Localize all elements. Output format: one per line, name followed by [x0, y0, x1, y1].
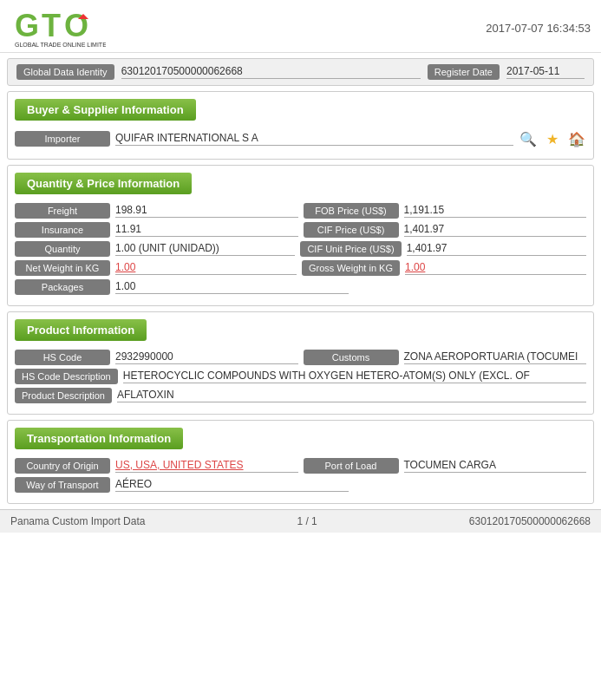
packages-row: Packages 1.00	[15, 279, 586, 295]
svg-text:G: G	[15, 8, 39, 43]
timestamp: 2017-07-07 16:34:53	[486, 22, 591, 35]
product-info-section: Product Information HS Code 2932990000 C…	[7, 311, 594, 415]
global-data-bar: Global Data Identity 6301201705000000626…	[7, 58, 594, 86]
star-icon[interactable]: ★	[543, 129, 562, 148]
page-header: G T O GLOBAL TRADE ONLINE LIMITED 2017-0…	[0, 0, 601, 53]
prod-desc-row: Product Description AFLATOXIN	[15, 388, 586, 403]
freight-fob-row: Freight 198.91 FOB Price (US$) 1,191.15	[15, 203, 586, 219]
freight-label: Freight	[15, 203, 110, 219]
country-origin-label: Country of Origin	[15, 458, 110, 474]
customs-label: Customs	[304, 350, 399, 365]
country-port-row: Country of Origin US, USA, UNITED STATES…	[15, 458, 586, 474]
cif-label: CIF Price (US$)	[304, 222, 399, 238]
transportation-section: Transportation Information Country of Or…	[7, 420, 594, 504]
packages-value: 1.00	[115, 280, 349, 294]
transport-way-row: Way of Transport AÉREO	[15, 477, 586, 493]
svg-text:O: O	[64, 8, 88, 43]
home-icon[interactable]: 🏠	[567, 129, 586, 148]
weights-row: Net Weight in KG 1.00 Gross Weight in KG…	[15, 260, 586, 276]
page-footer: Panama Custom Import Data 1 / 1 63012017…	[0, 509, 601, 533]
insurance-cif-row: Insurance 11.91 CIF Price (US$) 1,401.97	[15, 222, 586, 238]
global-data-label: Global Data Identity	[16, 64, 114, 80]
register-date-label: Register Date	[428, 64, 500, 80]
hscode-customs-row: HS Code 2932990000 Customs ZONA AEROPORT…	[15, 350, 586, 365]
way-transport-label: Way of Transport	[15, 477, 110, 493]
prod-desc-label: Product Description	[15, 388, 112, 403]
quantity-value: 1.00 (UNIT (UNIDAD))	[115, 242, 295, 256]
net-weight-value: 1.00	[115, 261, 297, 275]
importer-value: QUIFAR INTERNATIONAL S A	[115, 132, 513, 146]
fob-label: FOB Price (US$)	[304, 203, 399, 219]
quantity-price-header: Quantity & Price Information	[15, 173, 192, 194]
freight-value: 198.91	[115, 204, 298, 218]
importer-row: Importer QUIFAR INTERNATIONAL S A 🔍 ★ 🏠	[15, 129, 586, 148]
packages-label: Packages	[15, 279, 110, 295]
quantity-cifunit-row: Quantity 1.00 (UNIT (UNIDAD)) CIF Unit P…	[15, 241, 586, 257]
action-icons[interactable]: 🔍 ★ 🏠	[519, 129, 586, 148]
search-icon[interactable]: 🔍	[519, 129, 538, 148]
global-data-value: 630120170500000062668	[121, 65, 421, 79]
register-date-value: 2017-05-11	[506, 65, 585, 79]
country-origin-value: US, USA, UNITED STATES	[115, 459, 298, 473]
gross-weight-value: 1.00	[405, 261, 586, 275]
gross-weight-label: Gross Weight in KG	[302, 260, 400, 276]
transportation-header: Transportation Information	[15, 428, 183, 449]
logo-area: G T O GLOBAL TRADE ONLINE LIMITED	[10, 7, 106, 49]
product-info-header: Product Information	[15, 319, 147, 341]
company-logo: G T O GLOBAL TRADE ONLINE LIMITED	[10, 7, 106, 49]
way-transport-value: AÉREO	[115, 478, 349, 492]
hs-desc-row: HS Code Description HETEROCYCLIC COMPOUN…	[15, 369, 586, 384]
cif-value: 1,401.97	[404, 223, 587, 237]
footer-right: 630120170500000062668	[469, 515, 591, 527]
prod-desc-value: AFLATOXIN	[117, 389, 586, 402]
hs-desc-value: HETEROCYCLIC COMPOUNDS WITH OXYGEN HETER…	[123, 370, 586, 383]
cif-unit-value: 1,401.97	[407, 242, 586, 256]
port-load-value: TOCUMEN CARGA	[404, 459, 587, 473]
svg-text:GLOBAL TRADE ONLINE LIMITED: GLOBAL TRADE ONLINE LIMITED	[15, 42, 106, 48]
importer-label: Importer	[15, 131, 110, 147]
fob-value: 1,191.15	[404, 204, 587, 218]
insurance-value: 11.91	[115, 223, 298, 237]
hs-desc-label: HS Code Description	[15, 369, 118, 384]
port-load-label: Port of Load	[304, 458, 399, 474]
quantity-price-section: Quantity & Price Information Freight 198…	[7, 165, 594, 306]
cif-unit-label: CIF Unit Price (US$)	[300, 241, 401, 257]
hs-code-label: HS Code	[15, 350, 110, 365]
customs-value: ZONA AEROPORTUARIA (TOCUMEI	[404, 350, 587, 364]
buyer-supplier-header: Buyer & Supplier Information	[15, 99, 196, 121]
hs-code-value: 2932990000	[115, 350, 298, 364]
net-weight-label: Net Weight in KG	[15, 260, 110, 276]
insurance-label: Insurance	[15, 222, 110, 238]
quantity-label: Quantity	[15, 241, 110, 257]
footer-left: Panama Custom Import Data	[10, 515, 145, 527]
buyer-supplier-section: Buyer & Supplier Information Importer QU…	[7, 91, 594, 160]
svg-text:T: T	[42, 8, 61, 43]
footer-center: 1 / 1	[297, 515, 317, 527]
